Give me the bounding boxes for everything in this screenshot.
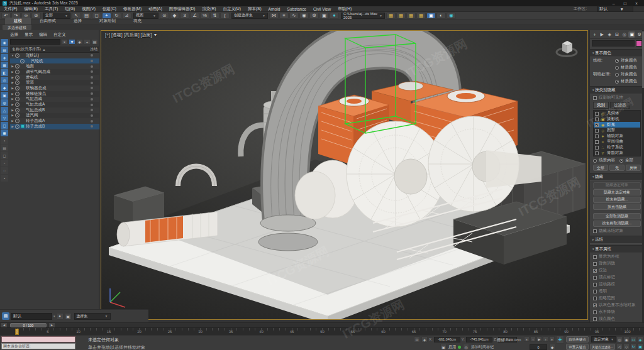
expand-arrow-icon[interactable]: ▶ (10, 70, 15, 74)
menu-item[interactable]: 文件(F) (4, 6, 17, 12)
category-item[interactable]: ∗ 辅助对象 (594, 133, 640, 139)
prev-frame-icon[interactable]: ◀ (1, 323, 7, 327)
ribbon-tab[interactable]: 建模 (5, 18, 31, 25)
category-checkbox[interactable] (595, 129, 599, 133)
display-property-checkbox[interactable] (593, 317, 597, 321)
command-panel-tab[interactable]: ◈ (606, 31, 613, 38)
explorer-filter-icon[interactable]: ◈ (1, 54, 8, 61)
select-manipulate-icon[interactable]: ◆ (170, 13, 179, 19)
hold-scene-icon[interactable]: ▦ (416, 13, 426, 19)
display-color-rollout-header[interactable]: 显示颜色 (590, 49, 644, 57)
grid-toggle-icon[interactable]: ▣ (440, 344, 447, 350)
y-coord-field[interactable]: -745.041cm (466, 337, 492, 342)
explorer-filter-icon[interactable]: ▦ (1, 62, 8, 68)
track-bar[interactable]: 0510152025303540455055606570758085909510… (0, 327, 644, 335)
mute-icon[interactable]: ◎ (463, 344, 469, 350)
explorer-row[interactable]: ▶ 转子总成B (10, 124, 99, 129)
expand-arrow-icon[interactable]: ▼ (10, 54, 15, 57)
display-property-checkbox[interactable] (593, 290, 597, 293)
time-slider[interactable]: ◀ 0 / 100 ▶ (0, 322, 644, 327)
category-tab[interactable]: 类别 (593, 102, 609, 109)
explorer-filter-icon[interactable]: ◍ (1, 99, 8, 106)
category-item[interactable]: ▣ 摄影机 (594, 116, 640, 122)
expand-arrow-icon[interactable]: ▶ (10, 65, 15, 68)
expand-arrow-icon[interactable]: ▶ (10, 114, 15, 117)
category-checkbox[interactable] (595, 151, 599, 155)
polygon-modeling-panel-tab[interactable]: 多边形建模 (3, 25, 31, 30)
display-property-checkbox[interactable] (593, 283, 597, 287)
percent-snap-icon[interactable]: % (200, 13, 209, 19)
explorer-tool-icon[interactable]: ▪ (1, 137, 8, 144)
command-panel-tab[interactable]: ▣ (628, 31, 635, 38)
category-checkbox[interactable] (595, 118, 599, 121)
command-panel-tab[interactable]: + (591, 31, 598, 38)
render-icon[interactable]: ● (330, 13, 339, 19)
menu-item[interactable]: 修改器(M) (123, 6, 142, 12)
layer-list-icon[interactable]: ▣ (65, 313, 72, 320)
mirror-icon[interactable]: ⋈ (269, 13, 279, 19)
frozen-dot-icon[interactable] (91, 65, 93, 68)
expand-arrow-icon[interactable]: ▶ (10, 125, 15, 128)
menu-item[interactable]: Arnold (269, 7, 280, 11)
frozen-dot-icon[interactable] (91, 70, 93, 73)
explorer-menu-customize[interactable]: 自定义 (53, 32, 66, 38)
category-checkbox[interactable] (595, 140, 599, 144)
hide-rollout-header[interactable]: 隐藏 (590, 173, 644, 181)
visibility-eye-icon[interactable] (15, 108, 19, 112)
all-radio[interactable] (619, 159, 623, 163)
frozen-dot-icon[interactable] (91, 114, 93, 117)
zoom-extents-all-icon[interactable]: ◈ (637, 336, 643, 342)
prev-key-icon[interactable]: ‹ (530, 336, 536, 342)
layer-name-field[interactable]: 默认 (11, 313, 52, 320)
explorer-row[interactable]: ▶ 气缸总成A (10, 102, 99, 107)
go-to-start-icon[interactable]: « (524, 336, 530, 342)
visibility-eye-icon[interactable] (20, 59, 25, 63)
command-panel-tab[interactable]: ▶ (599, 31, 606, 38)
explorer-row[interactable]: ▶ 管道 (10, 80, 99, 85)
explorer-menu-display[interactable]: 显示 (25, 32, 33, 38)
display-property-checkbox[interactable] (593, 310, 597, 314)
visibility-eye-icon[interactable] (15, 75, 19, 80)
display-property-row[interactable]: 永不降级 (590, 309, 644, 315)
expand-arrow-icon[interactable]: ▶ (10, 87, 15, 90)
frozen-dot-icon[interactable] (91, 92, 93, 95)
explorer-row[interactable]: ▶ 进汽阀 (10, 113, 99, 119)
frozen-dot-icon[interactable] (91, 120, 93, 123)
filter-tab[interactable]: 过滤器 (610, 102, 630, 109)
explorer-row[interactable]: ▶ 联轴器总成 (10, 85, 99, 91)
hide-button[interactable]: 隐藏未选定对象 (593, 189, 641, 195)
hide-frozen-checkbox[interactable] (593, 229, 597, 233)
frozen-dot-icon[interactable] (91, 98, 93, 101)
expand-arrow-icon[interactable]: ▶ (10, 119, 15, 123)
frozen-dot-icon[interactable] (91, 87, 93, 89)
fov-icon[interactable]: ◁ (616, 343, 623, 349)
explorer-filter-icon[interactable]: △ (1, 107, 8, 114)
explorer-row[interactable]: ▶ 调节气阀总成 (10, 69, 99, 75)
search-3dsmax-icon[interactable]: ◉ (447, 13, 456, 19)
display-property-row[interactable]: 顶点标记 (590, 274, 644, 281)
explorer-filter-icon[interactable]: ◆ (1, 84, 8, 91)
explorer-tool-icon[interactable]: ▪ (1, 175, 8, 182)
explorer-filter-icon[interactable]: ◼ (1, 129, 8, 136)
add-time-tag[interactable]: 添加时间标记 (471, 344, 494, 350)
expand-arrow-icon[interactable]: ▶ (10, 109, 15, 112)
render-frame-icon[interactable]: ▣ (319, 13, 329, 19)
scene-content-radio[interactable] (593, 159, 597, 163)
scene-explorer-toggle-icon[interactable]: ▣ (426, 13, 436, 19)
close-button[interactable]: × (635, 1, 638, 6)
display-property-checkbox[interactable] (593, 276, 597, 280)
frozen-dot-icon[interactable] (91, 60, 93, 62)
key-mode-icon[interactable]: ◆ (549, 344, 555, 350)
display-properties-rollout-header[interactable]: 显示属性 (590, 245, 644, 253)
display-property-checkbox[interactable] (593, 262, 597, 266)
display-property-row[interactable]: 以灰色显示冻结对象 (590, 302, 644, 309)
visibility-eye-icon[interactable] (15, 86, 19, 90)
mini-listener-field[interactable]: 脚本迷你侦听器: (1, 343, 75, 349)
viewport-label[interactable]: [+] [透视] [高质量] [边面] ▼ (105, 32, 157, 38)
explorer-filter-icon[interactable]: ▣ (1, 92, 8, 99)
explorer-column-header[interactable]: 名称(按升序排序) ▲ 冻结 (10, 46, 99, 53)
menu-item[interactable]: 自定义(U) (223, 6, 241, 12)
category-invert-button[interactable]: 反转 (626, 165, 641, 171)
import-scene-icon[interactable]: ▦ (386, 13, 396, 19)
maximize-viewport-icon[interactable]: ▣ (637, 343, 643, 349)
